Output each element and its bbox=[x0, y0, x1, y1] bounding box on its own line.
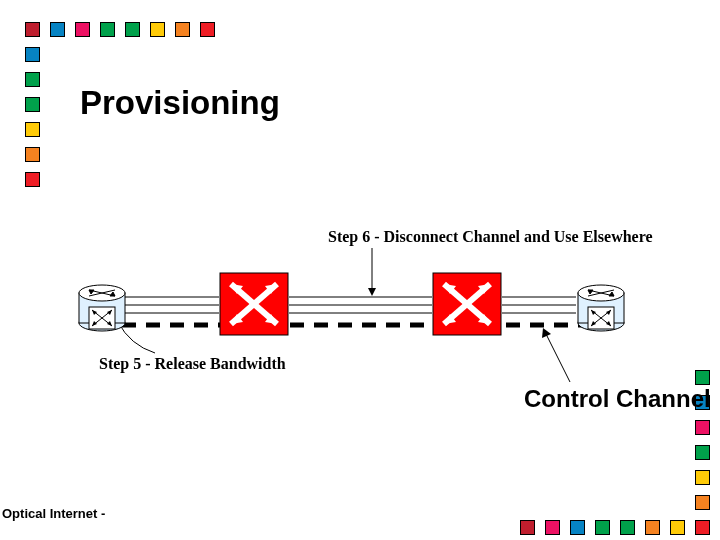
svg-marker-14 bbox=[542, 328, 551, 338]
oxc-right-icon bbox=[432, 272, 502, 336]
router-left-icon bbox=[77, 279, 127, 334]
router-right-icon bbox=[576, 279, 626, 334]
svg-line-13 bbox=[545, 332, 570, 382]
svg-marker-11 bbox=[368, 288, 376, 296]
oxc-left-icon bbox=[219, 272, 289, 336]
diagram-links bbox=[0, 0, 720, 540]
